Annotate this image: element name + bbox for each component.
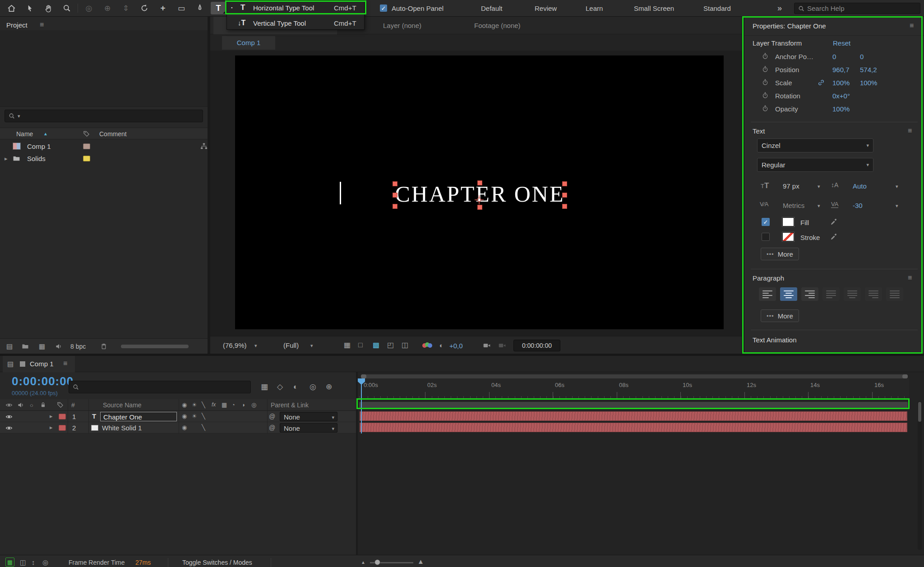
comment-column-header[interactable]: Comment	[99, 131, 127, 138]
selection-handle-top-center[interactable]	[477, 180, 482, 185]
snapshot-camera-icon[interactable]	[483, 341, 491, 350]
show-snapshot-icon[interactable]	[498, 341, 506, 350]
label-color-chip[interactable]	[83, 156, 90, 161]
layer-row-1[interactable]: ▸ 1 T Chapter One ◉ ☀ ╲ @ None ▾	[0, 411, 356, 422]
auto-open-panel-checkbox[interactable]: ✓	[380, 5, 387, 12]
help-search-input[interactable]	[807, 5, 916, 12]
anchor-x-value[interactable]: 0	[832, 53, 836, 61]
orbit-camera-tool[interactable]: ◎	[81, 2, 97, 14]
comp-mini-flowchart-icon[interactable]: ▦	[261, 383, 268, 391]
layer-bar-white-solid[interactable]	[360, 423, 907, 432]
workspace-review[interactable]: Review	[535, 5, 557, 13]
layer-quality-icon[interactable]: ╲	[202, 413, 205, 419]
footage-viewer-tab[interactable]: Footage (none)	[474, 22, 521, 30]
pick-whip-icon[interactable]: @	[269, 413, 275, 419]
justify-last-center-button[interactable]	[844, 287, 861, 301]
workspace-overflow-chevron[interactable]: »	[777, 4, 782, 13]
new-folder-icon[interactable]	[22, 343, 29, 350]
project-item-name[interactable]: Solids	[27, 155, 46, 163]
align-left-button[interactable]	[759, 287, 776, 301]
project-horizontal-scrollbar[interactable]	[121, 345, 189, 348]
justify-last-left-button[interactable]	[822, 287, 840, 301]
pan-behind-tool[interactable]: +	[155, 2, 171, 14]
grid-guides-icon[interactable]: ▦	[344, 341, 351, 349]
stopwatch-icon[interactable]	[762, 92, 769, 99]
toggle-switches-modes-button[interactable]: Toggle Switches / Modes	[182, 559, 252, 566]
selection-handle-top-left[interactable]	[393, 181, 397, 186]
hide-shy-layers-icon[interactable]: ◐	[293, 383, 298, 391]
view-layout-icon[interactable]: ◫	[402, 341, 408, 349]
comp-flowchart-toggle-icon[interactable]: ▦	[5, 558, 14, 567]
zoom-out-mountain-icon[interactable]: ▲	[361, 560, 365, 565]
visibility-eye-icon[interactable]	[5, 413, 13, 420]
stroke-checkbox[interactable]	[762, 233, 770, 241]
chevron-down-icon[interactable]: ▾	[896, 203, 898, 208]
pick-whip-icon[interactable]: @	[269, 424, 275, 431]
label-color-column-icon[interactable]	[83, 130, 90, 137]
layer-bar-chapter-one[interactable]	[360, 411, 907, 421]
trash-icon[interactable]	[100, 343, 107, 350]
layer-switch-icon[interactable]: ☀	[192, 413, 197, 419]
project-panel-title[interactable]: Project	[6, 22, 28, 29]
draft-3d-icon[interactable]: ◇	[277, 383, 283, 391]
resolution-select[interactable]: (Full)	[283, 342, 299, 350]
help-search-box[interactable]	[794, 3, 920, 14]
align-center-button[interactable]	[780, 287, 797, 301]
source-name-column-header[interactable]: Source Name	[103, 402, 142, 409]
font-family-select[interactable]: Cinzel ▾	[757, 138, 873, 152]
stopwatch-icon[interactable]	[762, 105, 769, 112]
parent-link-column-header[interactable]: Parent & Link	[271, 402, 309, 409]
preview-time-field[interactable]: 0:00:00:00	[513, 340, 560, 351]
type-tool[interactable]: T	[211, 2, 226, 14]
comp-tab[interactable]: Comp 1	[222, 36, 275, 50]
pen-tool[interactable]	[192, 2, 208, 14]
menu-item-vertical-type[interactable]: ↓T Vertical Type Tool Cmd+T	[227, 15, 364, 30]
project-search-box[interactable]: ▾	[5, 110, 203, 122]
pan-camera-tool[interactable]: ⊕	[100, 2, 115, 14]
stroke-color-swatch[interactable]	[782, 232, 794, 241]
chevron-down-icon[interactable]: ▾	[818, 203, 820, 208]
timeline-zoom-handle[interactable]	[374, 559, 380, 565]
font-size-value[interactable]: 97 px	[783, 183, 799, 190]
comp-canvas[interactable]: CHAPTER ONE	[235, 55, 724, 329]
layer-row-2[interactable]: ▸ 2 White Solid 1 ◉ ╲ @ None ▾	[0, 422, 356, 433]
project-item-name[interactable]: Comp 1	[27, 143, 51, 151]
selection-handle-top-right[interactable]	[562, 181, 567, 186]
selection-tool[interactable]	[22, 2, 37, 14]
selection-handle-bottom-center[interactable]	[477, 205, 482, 210]
parent-link-dropdown[interactable]: None ▾	[280, 412, 337, 421]
bit-depth-button[interactable]: 8 bpc	[70, 343, 86, 350]
workspace-learn[interactable]: Learn	[586, 5, 603, 13]
fill-color-swatch[interactable]	[782, 217, 794, 226]
time-ruler[interactable]: 0:00s 02s 04s 06s 08s 10s 12s 14s 16s	[358, 378, 909, 399]
justify-all-button[interactable]	[886, 287, 903, 301]
hand-tool[interactable]	[41, 2, 56, 14]
transparency-grid-icon[interactable]: ▩	[373, 341, 379, 349]
project-item-solids[interactable]: ▸ Solids	[0, 152, 208, 165]
stopwatch-icon[interactable]	[762, 65, 769, 73]
name-column-header[interactable]: Name	[16, 131, 33, 138]
project-list-icon[interactable]: ▤	[6, 343, 13, 350]
project-item-comp1[interactable]: Comp 1	[0, 140, 208, 152]
layer-switch-icon[interactable]: ◉	[182, 424, 187, 430]
parent-link-dropdown[interactable]: None ▾	[280, 423, 337, 433]
layer-quality-icon[interactable]: ╲	[202, 424, 205, 430]
sort-ascending-icon[interactable]: ▲	[43, 131, 48, 136]
stopwatch-icon[interactable]	[762, 52, 769, 60]
label-color-chip[interactable]	[83, 143, 90, 149]
comp-flowchart-icon[interactable]	[200, 143, 208, 150]
work-area-bar[interactable]	[359, 402, 908, 409]
expander-icon[interactable]: ▸	[5, 156, 8, 162]
chevron-down-icon[interactable]: ▾	[818, 184, 820, 189]
expand-layer-switches-icon[interactable]: ◫	[20, 559, 26, 566]
zoom-in-mountain-icon[interactable]: ▲	[417, 558, 424, 565]
rotation-tool[interactable]	[137, 2, 152, 14]
fill-eyedropper-icon[interactable]	[830, 218, 837, 226]
anchor-y-value[interactable]: 0	[860, 53, 864, 61]
layer-switch-icon[interactable]: ◉	[182, 413, 187, 419]
project-audio-icon[interactable]	[55, 343, 62, 350]
stopwatch-icon[interactable]	[762, 78, 769, 86]
fill-checkbox[interactable]: ✓	[762, 218, 770, 226]
selection-handle-bottom-right[interactable]	[562, 204, 567, 209]
text-more-button[interactable]: ••• More	[761, 248, 799, 260]
